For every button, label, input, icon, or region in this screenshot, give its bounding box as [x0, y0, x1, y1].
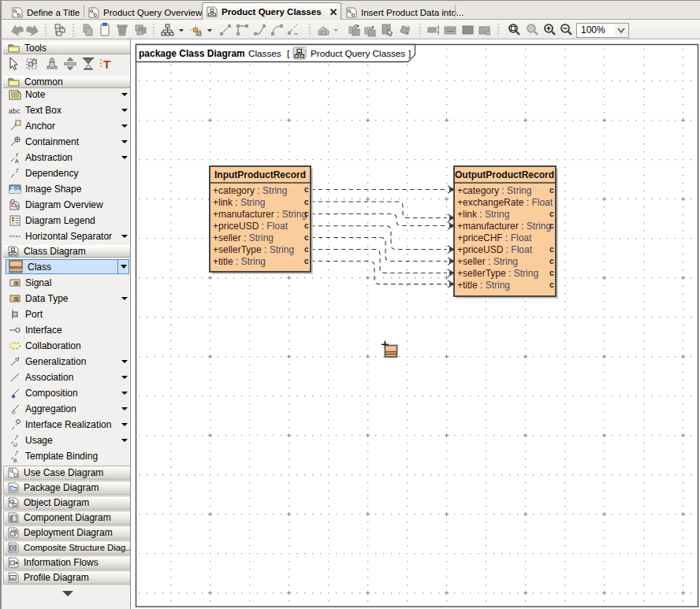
svg-text:]: ] — [408, 48, 411, 58]
svg-text:+sellerType : String: +sellerType : String — [457, 268, 538, 279]
svg-text:c: c — [304, 245, 309, 254]
svg-text:+link : String: +link : String — [457, 209, 509, 220]
svg-text:+title : String: +title : String — [213, 256, 266, 267]
svg-text:T: T — [103, 58, 110, 71]
svg-text:c: c — [304, 257, 309, 266]
svg-text:A: A — [15, 158, 19, 164]
svg-text:c: c — [549, 269, 554, 277]
svg-text:B: B — [13, 458, 17, 463]
svg-text:+category : String: +category : String — [457, 185, 531, 196]
svg-text:+priceUSD : Float: +priceUSD : Float — [457, 244, 533, 255]
svg-text:U: U — [13, 442, 17, 447]
svg-text:c: c — [549, 186, 554, 195]
svg-text:+manufacturer : String: +manufacturer : String — [213, 209, 307, 220]
svg-text:c: c — [304, 198, 309, 206]
svg-text:c: c — [549, 245, 554, 254]
svg-text:c: c — [304, 221, 309, 230]
svg-text:+priceCHF : Float: +priceCHF : Float — [457, 232, 532, 243]
svg-text:c: c — [304, 210, 309, 218]
svg-text:+link : String: +link : String — [213, 197, 265, 208]
svg-text:c: c — [549, 221, 554, 230]
svg-text:OutputProductRecord: OutputProductRecord — [455, 169, 554, 180]
svg-text:+manufacturer : String: +manufacturer : String — [457, 221, 551, 232]
svg-text:package Class Diagram: package Class Diagram — [139, 48, 245, 59]
svg-text:Product Query Classes: Product Query Classes — [311, 48, 405, 58]
svg-text:c: c — [549, 280, 554, 289]
svg-text:+seller : String: +seller : String — [457, 256, 518, 267]
svg-text:abc: abc — [9, 107, 20, 115]
svg-text:c: c — [549, 257, 554, 266]
svg-text:+category : String: +category : String — [213, 185, 287, 196]
svg-text:«»: «» — [11, 575, 16, 580]
svg-text:+sellerType : String: +sellerType : String — [213, 244, 294, 255]
svg-text:S: S — [15, 281, 17, 285]
svg-text:+seller : String: +seller : String — [213, 232, 274, 243]
svg-text:Classes: Classes — [248, 48, 281, 58]
svg-text:+exchangeRate : Float: +exchangeRate : Float — [457, 197, 553, 208]
svg-text:+title : String: +title : String — [457, 280, 510, 291]
svg-text:+priceUSD : Float: +priceUSD : Float — [213, 221, 289, 232]
svg-text:c: c — [549, 210, 554, 218]
svg-text:InputProductRecord: InputProductRecord — [214, 169, 306, 180]
svg-text:c: c — [304, 233, 309, 242]
svg-text:c: c — [304, 185, 309, 194]
